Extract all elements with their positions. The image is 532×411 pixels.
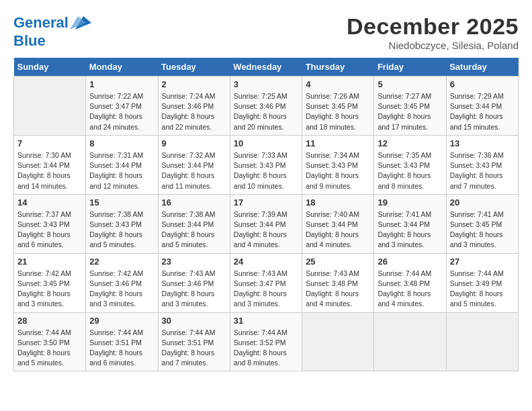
- day-number: 12: [378, 138, 442, 148]
- day-number: 27: [450, 257, 515, 267]
- day-info: Sunrise: 7:41 AMSunset: 3:44 PMDaylight:…: [378, 210, 442, 250]
- day-number: 26: [378, 257, 442, 267]
- day-number: 30: [162, 316, 226, 326]
- calendar-cell: 31Sunrise: 7:44 AMSunset: 3:52 PMDayligh…: [230, 312, 302, 371]
- calendar-cell: 4Sunrise: 7:26 AMSunset: 3:45 PMDaylight…: [302, 77, 374, 136]
- logo-blue: Blue: [13, 32, 91, 50]
- day-number: 10: [234, 138, 298, 148]
- day-number: 6: [450, 79, 515, 89]
- day-info: Sunrise: 7:34 AMSunset: 3:43 PMDaylight:…: [306, 150, 370, 191]
- day-info: Sunrise: 7:37 AMSunset: 3:43 PMDaylight:…: [17, 210, 82, 250]
- day-info: Sunrise: 7:22 AMSunset: 3:47 PMDaylight:…: [89, 91, 154, 132]
- calendar-cell: 15Sunrise: 7:38 AMSunset: 3:43 PMDayligh…: [86, 194, 158, 253]
- week-row-2: 7Sunrise: 7:30 AMSunset: 3:44 PMDaylight…: [14, 135, 519, 194]
- day-number: 24: [234, 257, 298, 267]
- calendar-table: SundayMondayTuesdayWednesdayThursdayFrid…: [13, 58, 519, 371]
- day-info: Sunrise: 7:32 AMSunset: 3:44 PMDaylight:…: [162, 150, 226, 191]
- day-info: Sunrise: 7:30 AMSunset: 3:44 PMDaylight:…: [17, 150, 82, 191]
- day-number: 13: [450, 138, 515, 148]
- weekday-header-wednesday: Wednesday: [230, 58, 302, 77]
- week-row-5: 28Sunrise: 7:44 AMSunset: 3:50 PMDayligh…: [14, 312, 519, 371]
- day-number: 28: [17, 316, 82, 326]
- day-number: 8: [89, 138, 154, 148]
- day-number: 18: [306, 197, 370, 208]
- day-info: Sunrise: 7:38 AMSunset: 3:43 PMDaylight:…: [89, 210, 154, 250]
- calendar-cell: 29Sunrise: 7:44 AMSunset: 3:51 PMDayligh…: [86, 312, 158, 371]
- day-number: 23: [162, 257, 226, 267]
- day-info: Sunrise: 7:39 AMSunset: 3:44 PMDaylight:…: [234, 210, 298, 250]
- calendar-cell: 13Sunrise: 7:36 AMSunset: 3:43 PMDayligh…: [446, 135, 518, 194]
- day-info: Sunrise: 7:43 AMSunset: 3:47 PMDaylight:…: [234, 269, 298, 310]
- day-info: Sunrise: 7:44 AMSunset: 3:52 PMDaylight:…: [234, 328, 298, 369]
- day-info: Sunrise: 7:25 AMSunset: 3:46 PMDaylight:…: [234, 91, 298, 132]
- weekday-header-friday: Friday: [374, 58, 446, 77]
- calendar-cell: 17Sunrise: 7:39 AMSunset: 3:44 PMDayligh…: [230, 194, 302, 253]
- calendar-cell: 6Sunrise: 7:29 AMSunset: 3:44 PMDaylight…: [446, 77, 518, 136]
- day-number: 25: [306, 257, 370, 267]
- day-info: Sunrise: 7:43 AMSunset: 3:48 PMDaylight:…: [306, 269, 370, 310]
- calendar-cell: [14, 77, 86, 136]
- day-number: 31: [234, 316, 298, 326]
- day-number: 16: [162, 197, 226, 208]
- calendar-cell: [446, 312, 518, 371]
- calendar-cell: 30Sunrise: 7:44 AMSunset: 3:51 PMDayligh…: [158, 312, 230, 371]
- location-subtitle: Niedobczyce, Silesia, Poland: [347, 40, 519, 51]
- day-info: Sunrise: 7:27 AMSunset: 3:45 PMDaylight:…: [378, 91, 442, 132]
- day-number: 9: [162, 138, 226, 148]
- day-info: Sunrise: 7:38 AMSunset: 3:44 PMDaylight:…: [162, 210, 226, 250]
- day-number: 20: [450, 197, 515, 208]
- day-number: 3: [234, 79, 298, 89]
- week-row-3: 14Sunrise: 7:37 AMSunset: 3:43 PMDayligh…: [14, 194, 519, 253]
- day-number: 21: [17, 257, 82, 267]
- week-row-1: 1Sunrise: 7:22 AMSunset: 3:47 PMDaylight…: [14, 77, 519, 136]
- calendar-cell: 28Sunrise: 7:44 AMSunset: 3:50 PMDayligh…: [14, 312, 86, 371]
- calendar-cell: 2Sunrise: 7:24 AMSunset: 3:46 PMDaylight…: [158, 77, 230, 136]
- calendar-cell: 11Sunrise: 7:34 AMSunset: 3:43 PMDayligh…: [302, 135, 374, 194]
- calendar-cell: 10Sunrise: 7:33 AMSunset: 3:43 PMDayligh…: [230, 135, 302, 194]
- day-number: 15: [89, 197, 154, 208]
- calendar-cell: 8Sunrise: 7:31 AMSunset: 3:44 PMDaylight…: [86, 135, 158, 194]
- day-info: Sunrise: 7:33 AMSunset: 3:43 PMDaylight:…: [234, 150, 298, 191]
- calendar-cell: 9Sunrise: 7:32 AMSunset: 3:44 PMDaylight…: [158, 135, 230, 194]
- day-info: Sunrise: 7:29 AMSunset: 3:44 PMDaylight:…: [450, 91, 515, 132]
- day-number: 11: [306, 138, 370, 148]
- calendar-cell: 21Sunrise: 7:42 AMSunset: 3:45 PMDayligh…: [14, 253, 86, 312]
- day-info: Sunrise: 7:40 AMSunset: 3:44 PMDaylight:…: [306, 210, 370, 250]
- weekday-header-thursday: Thursday: [302, 58, 374, 77]
- week-row-4: 21Sunrise: 7:42 AMSunset: 3:45 PMDayligh…: [14, 253, 519, 312]
- weekday-header-saturday: Saturday: [446, 58, 518, 77]
- weekday-header-row: SundayMondayTuesdayWednesdayThursdayFrid…: [14, 58, 519, 77]
- logo: General Blue: [13, 13, 91, 50]
- logo-icon: [70, 13, 91, 32]
- title-block: December 2025 Niedobczyce, Silesia, Pola…: [347, 13, 519, 51]
- day-info: Sunrise: 7:35 AMSunset: 3:43 PMDaylight:…: [378, 150, 442, 191]
- calendar-cell: 19Sunrise: 7:41 AMSunset: 3:44 PMDayligh…: [374, 194, 446, 253]
- day-info: Sunrise: 7:31 AMSunset: 3:44 PMDaylight:…: [89, 150, 154, 191]
- calendar-cell: 1Sunrise: 7:22 AMSunset: 3:47 PMDaylight…: [86, 77, 158, 136]
- calendar-cell: 26Sunrise: 7:44 AMSunset: 3:48 PMDayligh…: [374, 253, 446, 312]
- day-number: 19: [378, 197, 442, 208]
- calendar-cell: 23Sunrise: 7:43 AMSunset: 3:46 PMDayligh…: [158, 253, 230, 312]
- day-number: 29: [89, 316, 154, 326]
- calendar-cell: [374, 312, 446, 371]
- calendar-cell: 24Sunrise: 7:43 AMSunset: 3:47 PMDayligh…: [230, 253, 302, 312]
- day-number: 5: [378, 79, 442, 89]
- day-info: Sunrise: 7:41 AMSunset: 3:45 PMDaylight:…: [450, 210, 515, 250]
- day-info: Sunrise: 7:44 AMSunset: 3:50 PMDaylight:…: [17, 328, 82, 369]
- day-number: 2: [162, 79, 226, 89]
- calendar-cell: 7Sunrise: 7:30 AMSunset: 3:44 PMDaylight…: [14, 135, 86, 194]
- logo-general: General: [13, 15, 69, 31]
- day-number: 1: [89, 79, 154, 89]
- calendar-cell: 25Sunrise: 7:43 AMSunset: 3:48 PMDayligh…: [302, 253, 374, 312]
- day-info: Sunrise: 7:36 AMSunset: 3:43 PMDaylight:…: [450, 150, 515, 191]
- day-number: 7: [17, 138, 82, 148]
- calendar-cell: 16Sunrise: 7:38 AMSunset: 3:44 PMDayligh…: [158, 194, 230, 253]
- weekday-header-monday: Monday: [86, 58, 158, 77]
- day-number: 4: [306, 79, 370, 89]
- calendar-cell: 3Sunrise: 7:25 AMSunset: 3:46 PMDaylight…: [230, 77, 302, 136]
- calendar-cell: [302, 312, 374, 371]
- calendar-cell: 12Sunrise: 7:35 AMSunset: 3:43 PMDayligh…: [374, 135, 446, 194]
- calendar-cell: 18Sunrise: 7:40 AMSunset: 3:44 PMDayligh…: [302, 194, 374, 253]
- weekday-header-sunday: Sunday: [14, 58, 86, 77]
- day-number: 22: [89, 257, 154, 267]
